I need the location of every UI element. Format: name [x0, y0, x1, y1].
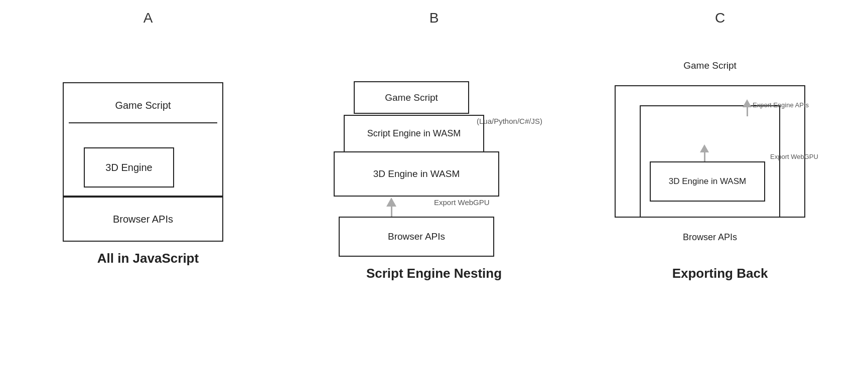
arrow-up-icon [386, 198, 396, 207]
dc-arrow-webgpu [700, 144, 709, 161]
dc-engine3d-label: 3D Engine in WASM [669, 176, 746, 187]
dc-engine3d-box: 3D Engine in WASM [650, 161, 765, 202]
db-browser-box: Browser APIs [339, 217, 494, 257]
db-lua-label: (Lua/Python/C#/JS) [477, 117, 542, 125]
da-engine-label: 3D Engine [105, 162, 152, 173]
diagram-c: Browser APIs Game Script 3D Engine in WA… [615, 46, 825, 257]
dc-game-script-box: Game Script [615, 46, 805, 86]
dc-game-script-label: Game Script [683, 60, 737, 71]
diagram-a: Game Script 3D Engine Browser APIs [63, 46, 233, 242]
db-browser-label: Browser APIs [388, 231, 445, 242]
da-browser-box: Browser APIs [63, 197, 223, 242]
db-script-engine-box: Script Engine in WASM [344, 115, 484, 152]
dc-browser-label: Browser APIs [683, 232, 737, 243]
diagram-b-wrap: Browser APIs Export WebGPU 3D Engine in … [329, 46, 539, 257]
diagram-b: Browser APIs Export WebGPU 3D Engine in … [329, 46, 539, 257]
da-outer-box: Game Script 3D Engine [63, 82, 223, 198]
db-arrow-webgpu [386, 198, 396, 217]
db-game-script-label: Game Script [385, 92, 438, 103]
diagram-c-title: Exporting Back [672, 266, 768, 281]
diagram-a-section: A Game Script 3D Engine Browser APIs All… [20, 10, 276, 266]
db-webgpu-label: Export WebGPU [434, 198, 490, 207]
diagram-c-section: C Browser APIs Game Script 3D Engine in … [592, 10, 848, 281]
diagram-a-title: All in JavaScript [97, 251, 199, 266]
da-browser-label: Browser APIs [113, 214, 173, 225]
dc-arrow-engine-apis-shaft [747, 107, 748, 116]
db-engine3d-label: 3D Engine in WASM [373, 168, 460, 179]
db-game-script-box: Game Script [354, 81, 469, 114]
dc-arrow-engine-apis [743, 99, 752, 116]
diagram-b-letter: B [429, 10, 439, 26]
main-container: A Game Script 3D Engine Browser APIs All… [0, 0, 868, 281]
diagram-c-letter: C [715, 10, 725, 26]
dc-webgpu-label: Export WebGPU [770, 153, 818, 160]
dc-arrow-engine-apis-icon [743, 99, 752, 107]
arrow-shaft [391, 207, 392, 217]
dc-arrow-webgpu-shaft [704, 152, 705, 161]
db-engine3d-box: 3D Engine in WASM [334, 151, 499, 197]
diagram-a-letter: A [143, 10, 153, 26]
diagram-b-section: B Browser APIs Export WebGPU 3D Engine i… [306, 10, 562, 281]
da-engine-box: 3D Engine [84, 147, 174, 188]
dc-arrow-webgpu-icon [700, 144, 709, 152]
diagram-b-title: Script Engine Nesting [366, 266, 502, 281]
da-game-script-label: Game Script [69, 88, 217, 123]
db-script-engine-label: Script Engine in WASM [367, 128, 461, 139]
dc-browser-box: Browser APIs [615, 217, 805, 257]
dc-engine-apis-label: Export Engine APIs [753, 101, 809, 109]
